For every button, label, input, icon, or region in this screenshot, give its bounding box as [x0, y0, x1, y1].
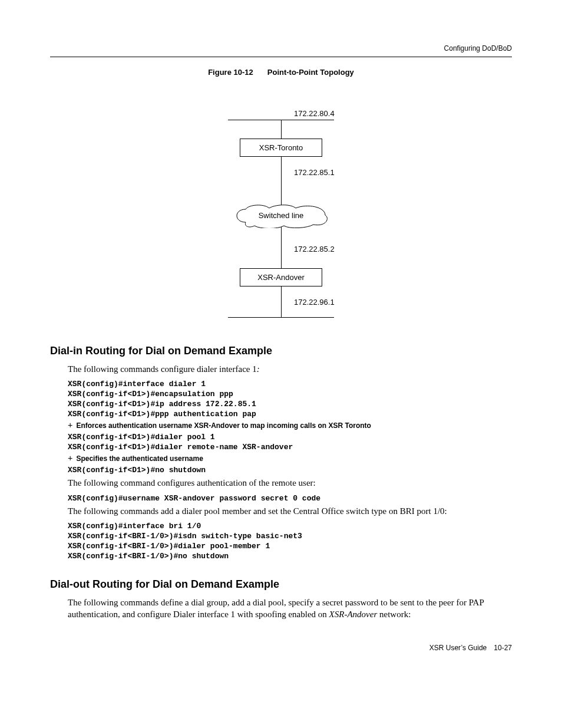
- code-line: XSR(config-if<D1>)#no shutdown: [68, 466, 512, 475]
- code-line: XSR(config)#interface dialer 1: [68, 380, 512, 388]
- code-line: XSR(config-if<D1>)#encapsulation ppp: [68, 390, 512, 398]
- code-line: XSR(config)#interface bri 1/0: [68, 522, 512, 531]
- code-line: XSR(config-if<BRI-1/0>)#dialer pool-memb…: [68, 542, 512, 551]
- code-line: XSR(config-if<D1>)#dialer remote-name XS…: [68, 443, 512, 452]
- dialin-intro: The following commands configure dialer …: [68, 363, 512, 375]
- code-line: XSR(config-if<BRI-1/0>)#no shutdown: [68, 552, 512, 561]
- diagram-node-toronto-label: XSR-Toronto: [259, 143, 303, 152]
- figure-caption: Figure 10-12Point-to-Point Topology: [50, 68, 512, 77]
- diagram-ip-bottom: 172.22.96.1: [293, 298, 336, 307]
- code-line: XSR(config-if<BRI-1/0>)#isdn switch-type…: [68, 532, 512, 541]
- header-rule: [50, 57, 512, 57]
- diagram-ip-top: 172.22.80.4: [293, 109, 336, 118]
- footer-page-number: 10-27: [494, 644, 512, 652]
- diagram-cloud-label: Switched line: [259, 211, 304, 220]
- diagram-ip-mid-bottom: 172.22.85.2: [293, 245, 336, 253]
- diagram-top-hline: [228, 120, 334, 120]
- code-line: XSR(config-if<D1>)#ip address 172.22.85.…: [68, 400, 512, 409]
- footer-guide: XSR User’s Guide: [429, 644, 487, 652]
- diagram-node-andover-label: XSR-Andover: [257, 273, 304, 282]
- topology-diagram: 172.22.80.4 XSR-Toronto 172.22.85.1 Swit…: [175, 91, 387, 327]
- figure-number: Figure 10-12: [208, 68, 253, 77]
- diagram-ip-mid-top: 172.22.85.1: [293, 168, 336, 177]
- diagram-node-toronto: XSR-Toronto: [240, 139, 322, 157]
- diagram-bottom-hline: [228, 317, 334, 318]
- diagram-node-andover: XSR-Andover: [240, 268, 322, 286]
- code-line: XSR(config-if<D1>)#ppp authentication pa…: [68, 410, 512, 419]
- diagram-cloud: Switched line: [231, 203, 331, 228]
- note-line: +Specifies the authenticated username: [68, 454, 512, 463]
- code-line: XSR(config)#username XSR-andover passwor…: [68, 494, 512, 503]
- heading-dialin: Dial-in Routing for Dial on Demand Examp…: [50, 345, 512, 357]
- dialin-para2: The following command configures authent…: [68, 477, 512, 489]
- code-line: XSR(config-if<D1>)#dialer pool 1: [68, 433, 512, 442]
- heading-dialout: Dial-out Routing for Dial on Demand Exam…: [50, 578, 512, 591]
- header-section-label: Configuring DoD/BoD: [50, 44, 512, 55]
- dialout-para: The following commands define a dial gro…: [68, 597, 512, 621]
- page-footer: XSR User’s Guide 10-27: [50, 644, 512, 652]
- note-line: +Enforces authentication username XSR-An…: [68, 421, 512, 430]
- figure-title: Point-to-Point Topology: [267, 68, 354, 77]
- dialin-para3: The following commands add a dialer pool…: [68, 505, 512, 517]
